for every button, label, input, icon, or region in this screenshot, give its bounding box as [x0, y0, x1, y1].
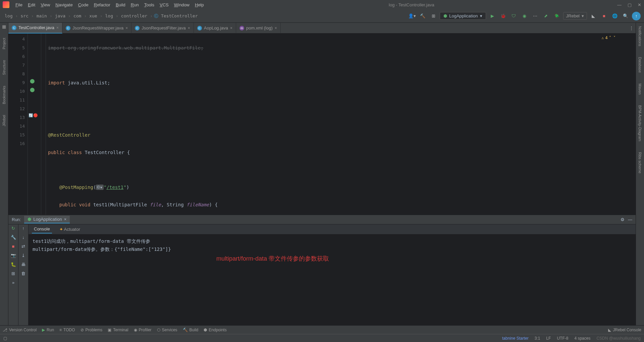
close-icon[interactable]: ✕: [638, 2, 641, 7]
maximize-icon[interactable]: ▢: [628, 2, 632, 7]
menu-view[interactable]: View: [39, 2, 52, 8]
tool-structure[interactable]: Structure: [1, 58, 7, 77]
jrebel-debug-icon[interactable]: 🪲: [552, 12, 561, 20]
crumb[interactable]: controller: [120, 13, 149, 19]
jrebel-dropdown[interactable]: JRebel▾: [563, 12, 587, 20]
menu-window[interactable]: Window: [172, 2, 192, 8]
up-icon[interactable]: ↑: [22, 226, 24, 231]
tabnine-status[interactable]: tabnine Starter: [502, 336, 529, 341]
tool-todo[interactable]: ≡ TODO: [59, 328, 75, 332]
code-area[interactable]: import org.springframework.web.multipart…: [46, 33, 636, 215]
tool-ribs[interactable]: Ribs scheme: [637, 150, 643, 176]
run-marker-icon[interactable]: ⬤: [30, 87, 35, 92]
editor-tab[interactable]: CJsonRequestWrapper.java×: [62, 23, 131, 33]
crumb[interactable]: log: [104, 13, 114, 19]
more-icon[interactable]: ⋯: [531, 12, 540, 20]
crumb[interactable]: main: [35, 13, 48, 19]
camera-icon[interactable]: 📷: [11, 253, 16, 258]
tool-jrebel-console[interactable]: ◣ JRebel Console: [608, 328, 641, 332]
jrebel-run-icon[interactable]: ⬈: [542, 12, 550, 20]
translate-icon[interactable]: 🌐: [610, 12, 619, 20]
tab-options-icon[interactable]: ⋮: [627, 24, 636, 32]
stop-icon[interactable]: ■: [12, 244, 15, 249]
tool-jrebel[interactable]: JRebel: [1, 113, 7, 128]
crumb[interactable]: com: [72, 13, 83, 19]
more-icon[interactable]: »: [12, 280, 14, 285]
scroll-end-icon[interactable]: ⤓: [21, 253, 25, 258]
menu-edit[interactable]: Edit: [26, 2, 37, 8]
tool-bpm[interactable]: BPM-Activity-Diagram: [637, 103, 643, 143]
trash-icon[interactable]: 🗑: [21, 271, 25, 276]
jrebel-icon[interactable]: ◣: [589, 12, 598, 20]
usage-marker-icon[interactable]: 🔄🔴: [29, 113, 38, 118]
menu-navigate[interactable]: Navigate: [53, 2, 74, 8]
cursor-position[interactable]: 3:1: [535, 336, 540, 341]
tool-problems[interactable]: ⊘ Problems: [80, 328, 103, 332]
project-icon[interactable]: ▦: [2, 24, 6, 29]
tool-run[interactable]: ▶ Run: [42, 328, 54, 332]
stop-icon[interactable]: ■: [600, 12, 608, 20]
close-tab-icon[interactable]: ×: [230, 26, 232, 30]
indent[interactable]: 4 spaces: [574, 336, 590, 341]
tool-terminal[interactable]: ▣ Terminal: [108, 328, 128, 332]
build-hammer-icon[interactable]: 🔨: [418, 12, 427, 20]
hide-icon[interactable]: —: [628, 217, 632, 222]
tool-notifications[interactable]: Notifications: [637, 24, 643, 48]
run-icon[interactable]: ▶: [488, 12, 497, 20]
tool-project[interactable]: Project: [1, 36, 7, 51]
line-ending[interactable]: LF: [546, 336, 551, 341]
tool-build[interactable]: 🔨 Build: [183, 328, 199, 332]
menu-help[interactable]: Help: [193, 2, 206, 8]
run-marker-icon[interactable]: ⬤: [30, 78, 35, 83]
menu-vcs[interactable]: VCS: [158, 2, 171, 8]
crumb[interactable]: java: [54, 13, 67, 19]
tool-database[interactable]: Database: [637, 55, 643, 75]
search-icon[interactable]: 🔍: [621, 12, 630, 20]
soft-wrap-icon[interactable]: ⇄: [21, 244, 25, 249]
editor-tab[interactable]: CJsonRequestFilter.java×: [131, 23, 194, 33]
console-tab[interactable]: Console: [32, 225, 52, 233]
select-config-icon[interactable]: ⊞: [429, 12, 438, 20]
menu-refactor[interactable]: Refactor: [92, 2, 112, 8]
status-icon[interactable]: ▢: [3, 336, 7, 341]
menu-code[interactable]: Code: [76, 2, 91, 8]
tool-services[interactable]: ⬡ Services: [157, 328, 177, 332]
actuator-tab[interactable]: ✦ Actuator: [57, 225, 82, 233]
close-tab-icon[interactable]: ×: [125, 26, 128, 30]
minimize-icon[interactable]: —: [617, 2, 622, 7]
close-tab-icon[interactable]: ×: [56, 25, 59, 30]
tool-bookmarks[interactable]: Bookmarks: [1, 84, 7, 106]
settings-icon[interactable]: ⚙: [621, 217, 625, 222]
menu-run[interactable]: Run: [129, 2, 141, 8]
run-configuration[interactable]: ⬢LogApplication▾: [440, 12, 486, 20]
tool-maven[interactable]: Maven: [637, 81, 643, 96]
tool-vcs[interactable]: ⎇ Version Control: [3, 328, 37, 332]
menu-file[interactable]: File: [13, 2, 24, 8]
menu-tools[interactable]: Tools: [142, 2, 156, 8]
console-output[interactable]: test1访问成功，multipart/form-data 带文件传参 mult…: [29, 234, 636, 325]
down-icon[interactable]: ↓: [22, 235, 24, 240]
close-tab-icon[interactable]: ×: [188, 26, 190, 30]
run-tab[interactable]: ⬢LogApplication×: [24, 216, 70, 223]
encoding[interactable]: UTF-8: [557, 336, 568, 341]
editor-tab[interactable]: CTestController.java×: [8, 23, 62, 33]
layout-icon[interactable]: ⊞: [11, 271, 15, 276]
wrench-icon[interactable]: 🔧: [11, 235, 16, 240]
crumb[interactable]: xue: [88, 13, 98, 19]
print-icon[interactable]: 🖶: [21, 262, 25, 267]
crumb-class[interactable]: TestController: [160, 13, 199, 19]
debug-attach-icon[interactable]: 🐛: [11, 262, 16, 267]
crumb[interactable]: src: [19, 13, 30, 19]
close-tab-icon[interactable]: ×: [275, 26, 277, 30]
close-tab-icon[interactable]: ×: [64, 217, 67, 222]
inspection-badge[interactable]: ⚠ 4 ˄ ˅: [601, 36, 615, 40]
editor-tab[interactable]: CAopLog.java×: [194, 23, 236, 33]
profile-icon[interactable]: ◉: [520, 12, 529, 20]
add-user-icon[interactable]: 👤▾: [408, 12, 416, 20]
crumb[interactable]: log: [3, 13, 14, 19]
tool-profiler[interactable]: ◉ Profiler: [134, 328, 152, 332]
update-icon[interactable]: ↑: [632, 12, 641, 20]
rerun-icon[interactable]: ↻: [11, 226, 15, 231]
editor-tab[interactable]: mpom.xml (log)×: [236, 23, 281, 33]
menu-build[interactable]: Build: [114, 2, 127, 8]
